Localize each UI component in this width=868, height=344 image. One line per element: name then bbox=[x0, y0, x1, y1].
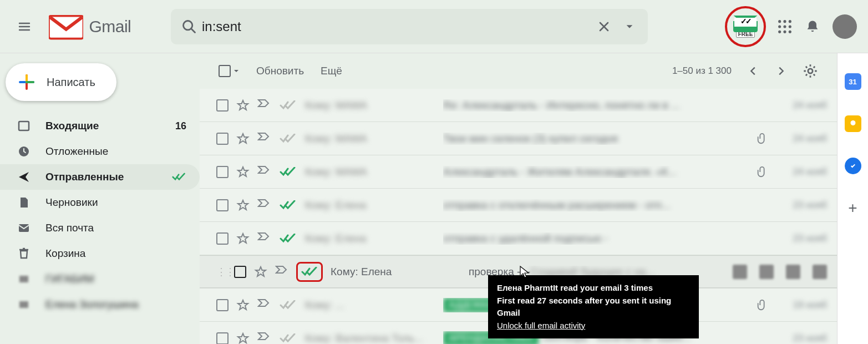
row-date: 23 нояб bbox=[777, 233, 827, 244]
sidebar-item-trash[interactable]: Корзина bbox=[0, 241, 200, 266]
row-date: 24 нояб bbox=[777, 166, 827, 178]
email-row[interactable]: ⋮⋮Кому: МАМААлександрталь - Жителям Алек… bbox=[200, 155, 837, 189]
importance-icon[interactable] bbox=[257, 299, 271, 312]
row-recipient: Кому: Валентина Толь... bbox=[305, 332, 435, 345]
svg-point-6 bbox=[778, 25, 781, 28]
mailtrack-status-icon[interactable] bbox=[278, 232, 297, 245]
compose-button[interactable]: Написать bbox=[6, 63, 116, 101]
row-date: 24 нояб bbox=[777, 133, 827, 144]
google-apps-icon[interactable] bbox=[777, 19, 793, 34]
archive-icon[interactable] bbox=[733, 265, 747, 279]
row-checkbox[interactable] bbox=[216, 299, 229, 311]
delete-icon[interactable] bbox=[759, 265, 774, 279]
next-page-icon[interactable] bbox=[775, 65, 787, 77]
row-checkbox[interactable] bbox=[216, 332, 229, 345]
tooltip-unlock-link[interactable]: Unlock full email activity bbox=[497, 320, 690, 332]
logo[interactable]: Gmail bbox=[49, 13, 160, 40]
mailtrack-status-icon[interactable] bbox=[278, 332, 297, 345]
search-input[interactable] bbox=[202, 9, 591, 44]
mailtrack-tooltip: Елена PharmtIt read your email 3 times F… bbox=[488, 275, 699, 338]
mailtrack-extension-badge[interactable]: ✓✓ FREE bbox=[726, 7, 765, 46]
mailtrack-status-icon[interactable] bbox=[278, 99, 297, 112]
drag-handle-icon[interactable]: ⋮⋮ bbox=[216, 266, 226, 278]
importance-icon[interactable] bbox=[257, 332, 271, 345]
importance-icon[interactable] bbox=[257, 132, 271, 145]
search-options-icon[interactable] bbox=[617, 14, 642, 39]
main-menu-icon[interactable] bbox=[11, 13, 38, 40]
sidebar-item-label: Входящие bbox=[45, 120, 161, 132]
label-icon bbox=[17, 297, 31, 312]
email-row[interactable]: ⋮⋮Кому: Еленаотправка с отключённым расш… bbox=[200, 189, 837, 222]
row-recipient: Кому: Елена bbox=[331, 266, 461, 278]
search-icon[interactable] bbox=[176, 14, 202, 39]
tasks-addon-icon[interactable] bbox=[845, 158, 861, 174]
star-icon[interactable] bbox=[236, 332, 250, 345]
star-icon[interactable] bbox=[236, 99, 250, 112]
mailtrack-status-icon[interactable] bbox=[278, 199, 297, 212]
mailtrack-status-icon[interactable] bbox=[296, 262, 323, 282]
calendar-addon-icon[interactable]: 31 bbox=[845, 73, 861, 90]
importance-icon[interactable] bbox=[257, 99, 271, 112]
row-checkbox[interactable] bbox=[216, 232, 229, 245]
sidebar-item-label: Корзина bbox=[45, 247, 186, 260]
row-subject: отправка с удалённой подписью - bbox=[443, 232, 747, 245]
mailtrack-status-icon[interactable] bbox=[278, 299, 297, 312]
sidebar-item-drafts[interactable]: Черновики bbox=[0, 190, 200, 215]
star-icon[interactable] bbox=[236, 232, 250, 245]
keep-addon-icon[interactable] bbox=[845, 115, 861, 132]
more-button[interactable]: Ещё bbox=[321, 65, 342, 77]
sidebar-item-sent[interactable]: Отправленные bbox=[0, 164, 200, 190]
svg-point-4 bbox=[783, 20, 786, 23]
row-checkbox[interactable] bbox=[234, 266, 246, 278]
svg-point-8 bbox=[789, 25, 791, 28]
importance-icon[interactable] bbox=[275, 265, 288, 279]
prev-page-icon[interactable] bbox=[747, 65, 759, 77]
importance-icon[interactable] bbox=[257, 199, 271, 212]
importance-icon[interactable] bbox=[257, 232, 271, 245]
row-checkbox[interactable] bbox=[216, 166, 229, 178]
star-icon[interactable] bbox=[236, 132, 250, 145]
sidebar-item-label1[interactable]: ГИГАБИМ bbox=[0, 266, 200, 292]
notifications-icon[interactable] bbox=[805, 19, 820, 34]
svg-rect-16 bbox=[19, 122, 29, 130]
mailtrack-status-icon[interactable] bbox=[278, 165, 297, 179]
star-icon[interactable] bbox=[254, 265, 267, 279]
main: Обновить Ещё 1–50 из 1 300 ⋮⋮Кому: МАМАR… bbox=[200, 53, 837, 344]
star-icon[interactable] bbox=[236, 199, 250, 212]
snooze-icon[interactable] bbox=[813, 265, 827, 279]
search-bar bbox=[171, 9, 648, 44]
mailtrack-status-icon[interactable] bbox=[278, 132, 297, 145]
svg-point-5 bbox=[789, 20, 791, 23]
importance-icon[interactable] bbox=[257, 165, 271, 179]
email-row[interactable]: ⋮⋮Кому: МАМАRe: Александрталь - Интересн… bbox=[200, 89, 837, 122]
mark-read-icon[interactable] bbox=[786, 265, 800, 279]
sidebar-item-label2[interactable]: Елена Зологушина bbox=[0, 292, 200, 317]
svg-point-9 bbox=[778, 30, 781, 33]
attachment-icon bbox=[755, 133, 769, 145]
row-recipient: Кому: Елена bbox=[305, 199, 435, 211]
sidebar-item-snoozed[interactable]: Отложенные bbox=[0, 139, 200, 164]
account-avatar[interactable] bbox=[833, 14, 857, 39]
add-addon-icon[interactable]: + bbox=[845, 200, 861, 216]
select-all-checkbox[interactable] bbox=[219, 65, 240, 77]
row-checkbox[interactable] bbox=[216, 199, 229, 211]
row-checkbox[interactable] bbox=[216, 99, 229, 112]
refresh-button[interactable]: Обновить bbox=[256, 65, 304, 77]
star-icon[interactable] bbox=[236, 299, 250, 312]
sidebar-item-allmail[interactable]: Вся почта bbox=[0, 215, 200, 241]
email-row[interactable]: ⋮⋮Кому: Еленаотправка с удалённой подпис… bbox=[200, 222, 837, 255]
tooltip-line2: First read 27 seconds after you sent it … bbox=[497, 295, 690, 320]
settings-icon[interactable] bbox=[803, 63, 818, 79]
drafts-icon bbox=[17, 195, 31, 210]
attachment-icon bbox=[755, 166, 769, 178]
row-date: 23 нояб bbox=[777, 200, 827, 211]
email-row[interactable]: ⋮⋮Кому: МАМАТвои мин селенок (3) купил с… bbox=[200, 122, 837, 155]
row-subject: Твои мин селенок (3) купил сегодня bbox=[443, 133, 747, 145]
row-recipient: Кому: МАМА bbox=[305, 99, 435, 112]
sidebar-item-inbox[interactable]: Входящие 16 bbox=[0, 113, 200, 139]
clear-search-icon[interactable] bbox=[591, 14, 617, 39]
gmail-logo-icon bbox=[49, 13, 83, 40]
star-icon[interactable] bbox=[236, 165, 250, 179]
svg-point-7 bbox=[783, 25, 786, 28]
row-checkbox[interactable] bbox=[216, 133, 229, 145]
